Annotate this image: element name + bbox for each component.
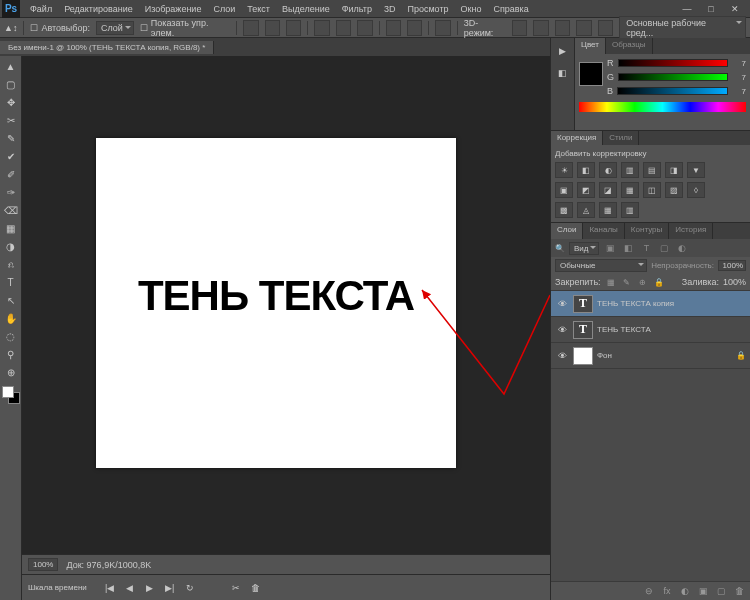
menu-window[interactable]: Окно (455, 0, 488, 18)
3d-roll-icon[interactable] (533, 20, 548, 36)
3d-rotate-icon[interactable] (512, 20, 527, 36)
lock-position-icon[interactable]: ⊕ (637, 276, 649, 288)
lock-image-icon[interactable]: ✎ (621, 276, 633, 288)
adj-solid-icon[interactable]: ▥ (621, 202, 639, 218)
layer-fx-icon[interactable]: fx (660, 584, 674, 598)
align-top-icon[interactable] (243, 20, 258, 36)
visibility-icon[interactable]: 👁 (555, 299, 569, 309)
adj-selective-icon[interactable]: ▩ (555, 202, 573, 218)
workspace-selector[interactable]: Основные рабочие сред... (619, 16, 746, 40)
layer-thumb-type-icon[interactable]: T (573, 295, 593, 313)
document-tab[interactable]: Без имени-1 @ 100% (ТЕНЬ ТЕКСТА копия, R… (0, 41, 214, 54)
lock-transparency-icon[interactable]: ▦ (605, 276, 617, 288)
align-bottom-icon[interactable] (286, 20, 301, 36)
blur-tool-icon[interactable]: ◑ (2, 238, 20, 254)
adj-curves-icon[interactable]: ◐ (599, 162, 617, 178)
path-tool-icon[interactable]: ↖ (2, 292, 20, 308)
adj-color-lookup-icon[interactable]: ◪ (599, 182, 617, 198)
spectrum-icon[interactable] (579, 102, 746, 112)
3d-scale-icon[interactable] (598, 20, 613, 36)
menu-file[interactable]: Файл (24, 0, 58, 18)
adj-threshold-icon[interactable]: ▨ (665, 182, 683, 198)
adj-invert-icon[interactable]: ▦ (621, 182, 639, 198)
tab-paths[interactable]: Контуры (625, 223, 669, 239)
red-slider[interactable] (618, 59, 729, 67)
menu-image[interactable]: Изображение (139, 0, 208, 18)
timeline-split-icon[interactable]: ✂ (229, 581, 243, 595)
hand-tool-icon[interactable]: ✋ (2, 310, 20, 326)
zoom-level[interactable]: 100% (28, 558, 58, 571)
3d-pan-icon[interactable] (555, 20, 570, 36)
tab-adjustments[interactable]: Коррекция (551, 131, 603, 145)
move-tool-icon[interactable]: ▲ (2, 58, 20, 74)
eraser-tool-icon[interactable]: ⌫ (2, 202, 20, 218)
layer-name[interactable]: ТЕНЬ ТЕКСТА (597, 325, 746, 334)
auto-align-icon[interactable] (435, 20, 450, 36)
timeline-next-icon[interactable]: ▶| (163, 581, 177, 595)
pen-tool-icon[interactable]: ⎌ (2, 256, 20, 272)
adj-photo-filter-icon[interactable]: ▣ (555, 182, 573, 198)
adj-pattern-icon[interactable]: ▦ (599, 202, 617, 218)
filter-smart-icon[interactable]: ◐ (675, 241, 689, 255)
layer-row[interactable]: 👁 Фон 🔒 (551, 343, 750, 369)
lasso-tool-icon[interactable]: ✥ (2, 94, 20, 110)
filter-pixel-icon[interactable]: ▣ (603, 241, 617, 255)
visibility-icon[interactable]: 👁 (555, 351, 569, 361)
quick-mask-icon[interactable]: ⊕ (2, 364, 20, 380)
auto-select-checkbox[interactable]: ☐ Автовыбор: (30, 23, 90, 33)
menu-help[interactable]: Справка (487, 0, 534, 18)
menu-layer[interactable]: Слои (207, 0, 241, 18)
adj-gradient-icon[interactable]: ◬ (577, 202, 595, 218)
foreground-background-swatch[interactable] (2, 386, 20, 404)
spot-heal-tool-icon[interactable]: ✔ (2, 148, 20, 164)
layer-thumb-icon[interactable] (573, 347, 593, 365)
stamp-tool-icon[interactable]: ✑ (2, 184, 20, 200)
minimize-icon[interactable]: — (678, 4, 696, 14)
menu-3d[interactable]: 3D (378, 0, 402, 18)
filter-shape-icon[interactable]: ▢ (657, 241, 671, 255)
foreground-swatch[interactable] (579, 62, 603, 86)
distribute-v-icon[interactable] (407, 20, 422, 36)
adj-exposure-icon[interactable]: ▥ (621, 162, 639, 178)
green-slider[interactable] (618, 73, 728, 81)
canvas[interactable]: ТЕНЬ ТЕКСТА (96, 138, 456, 468)
auto-select-dropdown[interactable]: Слой (96, 21, 134, 35)
blue-value[interactable]: 7 (732, 87, 746, 96)
3d-slide-icon[interactable] (576, 20, 591, 36)
distribute-h-icon[interactable] (386, 20, 401, 36)
adj-levels-icon[interactable]: ◧ (577, 162, 595, 178)
align-left-icon[interactable] (314, 20, 329, 36)
text-layer[interactable]: ТЕНЬ ТЕКСТА (138, 272, 414, 320)
collapsed-panel-icon[interactable]: ▶ (554, 42, 572, 60)
collapsed-panel-icon[interactable]: ◧ (554, 64, 572, 82)
timeline-prev-icon[interactable]: ◀ (123, 581, 137, 595)
tab-history[interactable]: История (669, 223, 713, 239)
align-hcenter-icon[interactable] (336, 20, 351, 36)
type-tool-icon[interactable]: T (2, 274, 20, 290)
opacity-value[interactable]: 100% (718, 260, 746, 271)
close-icon[interactable]: ✕ (726, 4, 744, 14)
tab-color[interactable]: Цвет (575, 38, 606, 54)
rotate-tool-icon[interactable]: ◌ (2, 328, 20, 344)
menu-filter[interactable]: Фильтр (336, 0, 378, 18)
layer-row[interactable]: 👁 T ТЕНЬ ТЕКСТА (551, 317, 750, 343)
maximize-icon[interactable]: □ (702, 4, 720, 14)
timeline-trash-icon[interactable]: 🗑 (249, 581, 263, 595)
adj-vibrance-icon[interactable]: ▤ (643, 162, 661, 178)
layer-filter-dropdown[interactable]: Вид (569, 242, 599, 255)
crop-tool-icon[interactable]: ✂ (2, 112, 20, 128)
timeline-first-icon[interactable]: |◀ (103, 581, 117, 595)
layer-name[interactable]: ТЕНЬ ТЕКСТА копия (597, 299, 746, 308)
menu-type[interactable]: Текст (241, 0, 276, 18)
adj-posterize-icon[interactable]: ◫ (643, 182, 661, 198)
menu-view[interactable]: Просмотр (401, 0, 454, 18)
blend-mode-dropdown[interactable]: Обычные (555, 259, 647, 272)
layer-mask-icon[interactable]: ◐ (678, 584, 692, 598)
align-vcenter-icon[interactable] (265, 20, 280, 36)
blue-slider[interactable] (617, 87, 728, 95)
menu-edit[interactable]: Редактирование (58, 0, 139, 18)
canvas-area[interactable]: ТЕНЬ ТЕКСТА (22, 56, 550, 554)
tab-channels[interactable]: Каналы (583, 223, 624, 239)
layer-row[interactable]: 👁 T ТЕНЬ ТЕКСТА копия (551, 291, 750, 317)
adj-brightness-icon[interactable]: ☀ (555, 162, 573, 178)
